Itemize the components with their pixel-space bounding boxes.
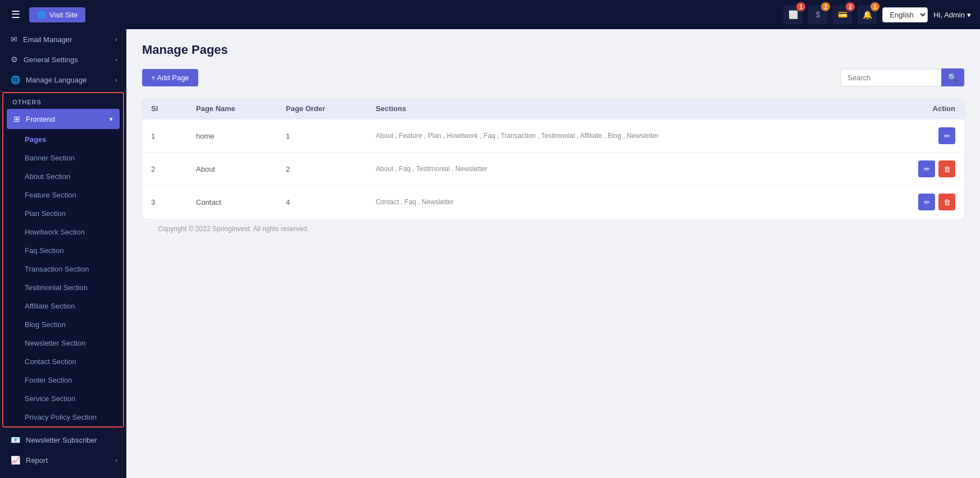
row3-sections: Contact , Faq , Newsletter [376, 198, 888, 206]
header-right: ⬜ 1 $ 2 💳 2 🔔 1 English Hi, Admin ▾ [783, 5, 971, 24]
pages-table: Sl Page Name Page Order Sections Action … [142, 98, 964, 218]
email-chevron-icon: › [115, 36, 117, 43]
sidebar-sub-item-faq[interactable]: Faq Section [3, 241, 123, 260]
row1-sections: About , Feature , Plan , Howitwork , Faq… [376, 132, 888, 140]
row2-page-order: 2 [286, 165, 376, 173]
page-title: Manage Pages [142, 43, 964, 57]
language-chevron-icon: › [115, 76, 117, 83]
header-left: ☰ 🌐 Visit Site [9, 6, 85, 23]
sidebar-item-manage-language[interactable]: 🌐 Manage Language › [0, 70, 126, 90]
email-icon: ✉ [11, 35, 17, 44]
row3-delete-button[interactable]: 🗑 [938, 194, 955, 210]
row1-sl: 1 [151, 132, 196, 140]
sidebar-sub-item-banner[interactable]: Banner Section [3, 149, 123, 167]
sidebar-sub-item-footer[interactable]: Footer Section [3, 371, 123, 389]
others-section: OTHERS ⊞ Frontend ▾ Pages Banner Section… [2, 92, 124, 428]
sidebar-sub-item-howitwork[interactable]: Howitwork Section [3, 223, 123, 241]
row1-page-name: home [196, 132, 286, 140]
dollar-badge: 2 [821, 2, 830, 11]
table-row: 2 About 2 About , Faq , Testimonial , Ne… [142, 153, 964, 186]
sidebar-sub-item-newsletter[interactable]: Newsletter Section [3, 334, 123, 352]
monitor-icon-wrap[interactable]: ⬜ 1 [783, 5, 803, 24]
main-content: Manage Pages + Add Page 🔍 Sl Page Name P… [126, 29, 980, 478]
sidebar-sub-item-plan[interactable]: Plan Section [3, 204, 123, 223]
row3-page-name: Contact [196, 198, 286, 206]
col-action: Action [888, 104, 955, 113]
row1-edit-button[interactable]: ✏ [938, 127, 955, 144]
search-wrap: 🔍 [840, 68, 964, 86]
gear-icon: ⚙ [11, 55, 18, 64]
card-badge: 2 [846, 2, 855, 11]
dollar-icon-wrap[interactable]: $ 2 [808, 5, 827, 24]
row1-actions: ✏ [888, 127, 955, 144]
sidebar-sub-item-pages[interactable]: Pages [3, 130, 123, 149]
col-sl: Sl [151, 104, 196, 113]
row1-page-order: 1 [286, 132, 376, 140]
row3-page-order: 4 [286, 198, 376, 206]
globe-icon: 🌐 [11, 75, 20, 84]
table-row: 1 home 1 About , Feature , Plan , Howitw… [142, 120, 964, 153]
admin-button[interactable]: Hi, Admin ▾ [933, 11, 971, 19]
bell-badge: 1 [870, 2, 879, 11]
search-button[interactable]: 🔍 [941, 68, 964, 86]
top-header: ☰ 🌐 Visit Site ⬜ 1 $ 2 💳 2 🔔 1 English H… [0, 0, 980, 29]
toolbar: + Add Page 🔍 [142, 68, 964, 86]
sidebar-sub-item-feature[interactable]: Feature Section [3, 186, 123, 204]
sidebar-item-newsletter-subscriber[interactable]: 📧 Newsletter Subscriber [0, 430, 126, 450]
admin-chevron-icon: ▾ [967, 11, 971, 19]
table-row: 3 Contact 4 Contact , Faq , Newsletter ✏… [142, 186, 964, 218]
sidebar-sub-frontend: Pages Banner Section About Section Featu… [3, 130, 123, 426]
general-chevron-icon: › [115, 56, 117, 63]
sidebar-sub-item-contact[interactable]: Contact Section [3, 352, 123, 371]
hamburger-button[interactable]: ☰ [9, 6, 22, 23]
search-input[interactable] [840, 69, 941, 86]
table-header: Sl Page Name Page Order Sections Action [142, 98, 964, 120]
row2-delete-button[interactable]: 🗑 [938, 160, 955, 177]
row2-edit-button[interactable]: ✏ [918, 160, 935, 177]
sidebar-sub-item-testimonial[interactable]: Testimonial Section [3, 278, 123, 297]
sidebar-sub-item-about[interactable]: About Section [3, 167, 123, 186]
frontend-chevron-icon: ▾ [110, 116, 113, 123]
sidebar-item-general-settings[interactable]: ⚙ General Settings › [0, 49, 126, 70]
sidebar-item-email-manager[interactable]: ✉ Email Manager › [0, 29, 126, 49]
row3-actions: ✏ 🗑 [888, 194, 955, 210]
sidebar-sub-item-transaction[interactable]: Transaction Section [3, 260, 123, 278]
monitor-badge: 1 [796, 2, 805, 11]
row2-sl: 2 [151, 165, 196, 173]
sidebar-sub-item-blog[interactable]: Blog Section [3, 315, 123, 334]
card-icon-wrap[interactable]: 💳 2 [833, 5, 852, 24]
row3-edit-button[interactable]: ✏ [918, 194, 935, 210]
col-page-name: Page Name [196, 104, 286, 113]
add-page-button[interactable]: + Add Page [142, 69, 198, 86]
col-page-order: Page Order [286, 104, 376, 113]
sidebar: ✉ Email Manager › ⚙ General Settings › 🌐… [0, 29, 126, 478]
col-sections: Sections [376, 104, 888, 113]
newsletter-icon: 📧 [11, 435, 20, 444]
visit-site-button[interactable]: 🌐 Visit Site [29, 7, 85, 22]
sidebar-item-report[interactable]: 📈 Report › [0, 450, 126, 470]
language-select[interactable]: English [882, 7, 928, 22]
globe-icon: 🌐 [37, 11, 46, 19]
sidebar-item-frontend[interactable]: ⊞ Frontend ▾ [7, 109, 120, 129]
others-label: OTHERS [3, 93, 123, 108]
row3-sl: 3 [151, 198, 196, 206]
row2-page-name: About [196, 165, 286, 173]
frontend-icon: ⊞ [13, 114, 20, 123]
report-chevron-icon: › [115, 457, 117, 463]
row2-actions: ✏ 🗑 [888, 160, 955, 177]
sidebar-sub-item-service[interactable]: Service Section [3, 389, 123, 408]
bell-icon-wrap[interactable]: 🔔 1 [858, 5, 877, 24]
sidebar-sub-item-affiliate[interactable]: Affiliate Section [3, 297, 123, 315]
layout: ✉ Email Manager › ⚙ General Settings › 🌐… [0, 29, 980, 478]
report-icon: 📈 [11, 456, 20, 465]
sidebar-sub-item-privacy[interactable]: Privacy Policy Section [3, 408, 123, 426]
row2-sections: About , Faq , Testimonial , Newsletter [376, 165, 888, 173]
footer-copyright: Copyright © 2022 SpringInvest. All right… [142, 218, 964, 240]
